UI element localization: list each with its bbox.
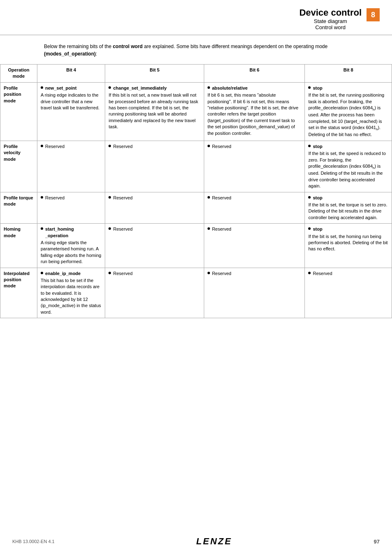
table-row: Interpolated position mode enable_ip_mod… [0,268,392,318]
bullet-icon [308,86,311,89]
table-row: Profile velocity mode Reserved Reserved … [0,141,392,192]
intro-normal: Below the remaining bits of the [44,44,113,49]
bit6-profile-torque: Reserved [204,192,305,224]
page-footer: KHB 13.0002-EN 4.1 LENZE 97 [0,536,392,547]
mode-label-interpolated: Interpolated position mode [0,268,37,318]
intro-text: Below the remaining bits of the control … [36,43,356,58]
bullet-icon [41,196,43,199]
bit8-interpolated: Reserved [305,268,392,318]
bit6-interpolated: Reserved [204,268,305,318]
bit4-profile-position: new_set_point A rising edge indicates to… [37,82,105,141]
header-subtitle1: State diagram [299,18,362,24]
bullet-icon [41,145,43,147]
intro-bold-control-word: control word [113,44,143,49]
bullet-icon [208,196,210,199]
intro-bold-modes: (modes_of_operation) [44,51,96,57]
control-word-table: Operation mode Bit 4 Bit 5 Bit 6 Bit 8 P… [0,64,392,318]
intro-end: : [96,51,97,57]
col-header-bit6: Bit 6 [204,65,305,83]
bit5-profile-position: change_set_immediately If this bit is no… [105,82,204,141]
header-text: Device control State diagram Control wor… [299,7,362,30]
page-header: Device control State diagram Control wor… [0,0,392,30]
bullet-icon [308,145,311,147]
bit6-profile-position: absolute/relative If bit 6 is set, this … [204,82,305,141]
chapter-badge: 8 [367,8,380,21]
table-header-row: Operation mode Bit 4 Bit 5 Bit 6 Bit 8 [0,65,392,83]
bit4-homing: start_homing_operation A rising edge sta… [37,224,105,268]
header-subtitle2: Control word [299,24,362,30]
bullet-icon [308,272,311,274]
col-header-bit5: Bit 5 [105,65,204,83]
mode-label-profile-velocity: Profile velocity mode [0,141,37,192]
bit8-profile-velocity: stop If the bit is set, the speed is red… [305,141,392,192]
col-header-bit8: Bit 8 [305,65,392,83]
bullet-icon [208,86,210,89]
bit4-interpolated: enable_ip_mode This bit has to be set if… [37,268,105,318]
mode-label-profile-position: Profile position mode [0,82,37,141]
bullet-icon [208,227,210,230]
bullet-icon [208,145,210,147]
bullet-icon [41,227,43,230]
bullet-icon [108,86,111,89]
intro-normal2: are explained. Some bits have different … [143,44,327,49]
mode-label-homing: Homing mode [0,224,37,268]
table-row: Profile torque mode Reserved Reserved Re… [0,192,392,224]
lenze-logo: LENZE [196,536,232,547]
header-divider [0,35,392,35]
bit6-profile-velocity: Reserved [204,141,305,192]
bullet-icon [108,272,111,274]
mode-label-profile-torque: Profile torque mode [0,192,37,224]
bit8-profile-position: stop If the bit is set, the running posi… [305,82,392,141]
bullet-icon [308,196,311,199]
col-header-bit4: Bit 4 [37,65,105,83]
bullet-icon [308,227,311,230]
table-row: Profile position mode new_set_point A ri… [0,82,392,141]
bit4-profile-torque: Reserved [37,192,105,224]
page-number: 97 [374,539,380,545]
bit5-homing: Reserved [105,224,204,268]
bit8-profile-torque: stop If the bit is set, the torque is se… [305,192,392,224]
bullet-icon [108,196,111,199]
bit4-profile-velocity: Reserved [37,141,105,192]
bit5-profile-velocity: Reserved [105,141,204,192]
col-header-operation-mode: Operation mode [0,65,37,83]
bit5-profile-torque: Reserved [105,192,204,224]
header-title: Device control [299,7,362,18]
bit8-homing: stop If the bit is set, the homing run b… [305,224,392,268]
bullet-icon [208,272,210,274]
bullet-icon [108,227,111,230]
bullet-icon [41,86,43,89]
bullet-icon [41,272,43,274]
bit6-homing: Reserved [204,224,305,268]
footer-doc-id: KHB 13.0002-EN 4.1 [12,539,55,544]
header-right: Device control State diagram Control wor… [299,7,380,30]
bit5-interpolated: Reserved [105,268,204,318]
bullet-icon [108,145,111,147]
table-row: Homing mode start_homing_operation A ris… [0,224,392,268]
